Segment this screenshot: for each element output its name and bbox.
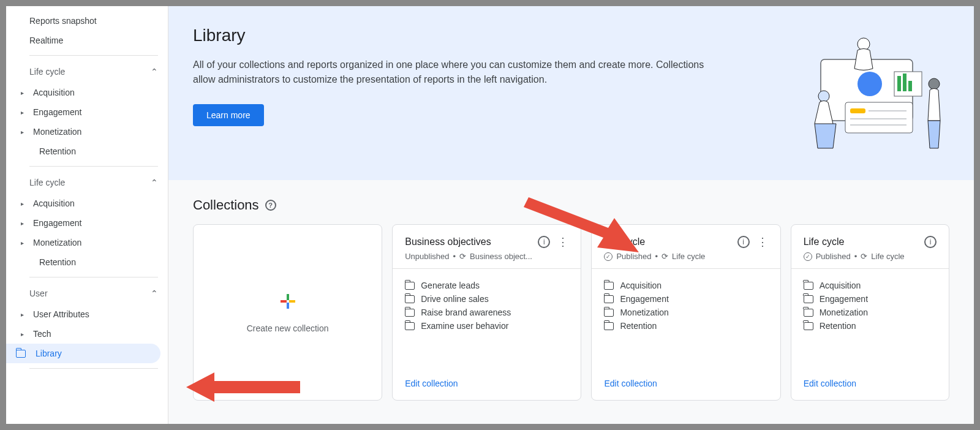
page-title: Library <box>193 26 707 45</box>
sidebar-item-retention[interactable]: Retention <box>6 252 168 272</box>
sidebar-section-lifecycle-2[interactable]: Life cycle ⌃ <box>6 172 168 194</box>
learn-more-button[interactable]: Learn more <box>193 104 264 126</box>
svg-rect-3 <box>897 76 901 91</box>
svg-point-13 <box>929 78 940 89</box>
sidebar-item-tech[interactable]: ▸Tech <box>6 324 168 344</box>
edit-collection-link[interactable]: Edit collection <box>604 379 657 388</box>
tag-text: Life cycle <box>672 252 705 261</box>
sidebar-item-library[interactable]: Library <box>6 344 160 363</box>
folder-icon <box>604 282 614 290</box>
info-icon[interactable]: i <box>737 236 750 248</box>
folder-icon <box>405 295 415 303</box>
sidebar-reports-snapshot[interactable]: Reports snapshot <box>6 11 168 31</box>
card-footer: Edit collection <box>592 369 780 400</box>
tag-text: Life cycle <box>871 252 904 261</box>
cards-row: Create new collection Business objective… <box>193 224 949 401</box>
sidebar-item-user-attributes[interactable]: ▸User Attributes <box>6 304 168 324</box>
sidebar-item-engagement[interactable]: ▸Engagement <box>6 213 168 233</box>
svg-point-12 <box>818 91 829 102</box>
folder-icon <box>804 282 813 290</box>
sidebar-item-engagement[interactable]: ▸Engagement <box>6 102 168 122</box>
folder-icon <box>804 322 813 330</box>
sidebar-item-label: Acquisition <box>33 198 75 208</box>
item-label: Monetization <box>820 307 868 317</box>
folder-icon <box>405 282 415 290</box>
sidebar-item-retention[interactable]: Retention <box>6 141 168 161</box>
card-status: ✓ Published • ⟳ Life cycle <box>804 252 937 261</box>
hero-text: Library All of your collections and repo… <box>193 26 707 126</box>
sidebar-item-label: Engagement <box>33 107 81 117</box>
chevron-up-icon: ⌃ <box>151 67 158 77</box>
card-header: Life cycle i ✓ Published • ⟳ Life cycle <box>791 225 949 269</box>
info-icon[interactable]: i <box>924 236 937 248</box>
svg-point-1 <box>858 72 882 96</box>
status-text: Published <box>816 252 851 261</box>
item-label: Examine user behavior <box>421 321 508 331</box>
link-icon: ⟳ <box>662 252 668 261</box>
caret-right-icon: ▸ <box>21 200 33 207</box>
item-label: Engagement <box>820 294 868 304</box>
check-icon: ✓ <box>604 252 612 261</box>
card-title: Life cycle <box>604 236 645 247</box>
edit-collection-link[interactable]: Edit collection <box>405 379 458 388</box>
card-footer: Edit collection <box>393 369 581 400</box>
check-icon: ✓ <box>804 252 812 261</box>
card-item: Retention <box>604 319 767 333</box>
link-icon: ⟳ <box>459 252 466 261</box>
folder-icon <box>604 309 614 317</box>
folder-icon <box>405 322 415 330</box>
item-label: Retention <box>820 321 856 331</box>
sidebar: Reports snapshot Realtime Life cycle ⌃ ▸… <box>6 6 168 424</box>
card-item: Monetization <box>804 306 937 319</box>
card-item: Drive online sales <box>405 292 568 306</box>
card-body: Generate leads Drive online sales Raise … <box>393 269 581 369</box>
help-icon[interactable]: ? <box>265 200 276 211</box>
section-label: Life cycle <box>29 178 65 187</box>
sidebar-item-acquisition[interactable]: ▸Acquisition <box>6 83 168 102</box>
more-icon[interactable]: ⋮ <box>757 236 768 247</box>
sidebar-item-label: User Attributes <box>33 309 89 319</box>
sidebar-section-lifecycle-1[interactable]: Life cycle ⌃ <box>6 61 168 83</box>
sidebar-item-label: Acquisition <box>33 88 75 97</box>
info-icon[interactable]: i <box>538 236 550 248</box>
chevron-up-icon: ⌃ <box>151 178 158 187</box>
card-item: Monetization <box>604 306 767 319</box>
item-label: Retention <box>620 321 657 331</box>
sidebar-realtime[interactable]: Realtime <box>6 31 168 50</box>
hero-illustration <box>802 26 949 160</box>
edit-collection-link[interactable]: Edit collection <box>804 379 856 388</box>
card-header: Life cycle i ⋮ ✓ Published • ⟳ Life cycl… <box>592 225 780 269</box>
collection-card-lifecycle-2: Life cycle i ✓ Published • ⟳ Life cycle <box>791 224 949 401</box>
sidebar-section-user[interactable]: User ⌃ <box>6 282 168 304</box>
folder-icon <box>16 350 26 358</box>
collections-section: Collections ? Create new collection Busi… <box>168 180 974 418</box>
more-icon[interactable]: ⋮ <box>557 236 568 247</box>
collections-header: Collections ? <box>193 197 949 213</box>
caret-right-icon: ▸ <box>21 109 33 116</box>
hero-banner: Library All of your collections and repo… <box>168 6 974 180</box>
card-item: Engagement <box>604 292 767 306</box>
status-text: Unpublished <box>405 252 449 261</box>
item-label: Drive online sales <box>421 294 489 304</box>
item-label: Acquisition <box>820 281 861 290</box>
item-label: Raise brand awareness <box>421 307 511 317</box>
sidebar-item-label: Tech <box>33 329 51 339</box>
sidebar-item-acquisition[interactable]: ▸Acquisition <box>6 194 168 213</box>
card-item: Acquisition <box>804 279 937 292</box>
sidebar-item-monetization[interactable]: ▸Monetization <box>6 233 168 252</box>
divider <box>29 166 158 167</box>
section-label: User <box>29 289 48 298</box>
item-label: Engagement <box>620 294 668 304</box>
card-item: Examine user behavior <box>405 319 568 333</box>
divider <box>29 277 158 277</box>
sidebar-item-label: Monetization <box>33 238 81 247</box>
section-label: Life cycle <box>29 67 65 77</box>
folder-icon <box>804 295 813 303</box>
collection-card-business: Business objectives i ⋮ Unpublished • ⟳ … <box>392 224 581 401</box>
create-collection-card[interactable]: Create new collection <box>193 224 382 401</box>
caret-right-icon: ▸ <box>21 89 33 96</box>
card-body: Acquisition Engagement Monetization Rete… <box>592 269 780 369</box>
sidebar-item-monetization[interactable]: ▸Monetization <box>6 122 168 141</box>
page-description: All of your collections and reports orga… <box>193 58 707 87</box>
svg-rect-14 <box>287 294 289 300</box>
